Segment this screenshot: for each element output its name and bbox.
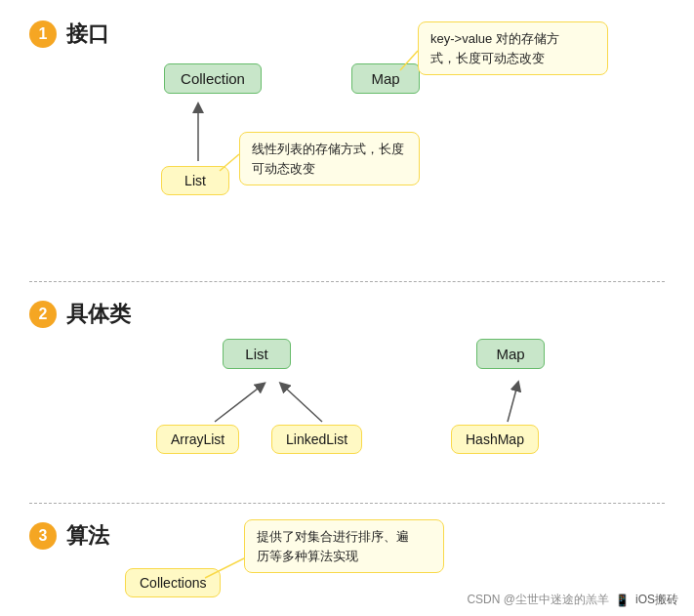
arraylist-box: ArrayList	[156, 425, 239, 454]
main-container: 1 接口 Collection Map	[0, 0, 694, 616]
callout-collections: 提供了对集合进行排序、遍历等多种算法实现	[244, 519, 444, 573]
watermark-text: CSDN @尘世中迷途的羔羊	[467, 592, 609, 608]
collections-box: Collections	[125, 568, 221, 597]
watermark-logo-text: iOS搬砖	[635, 592, 678, 608]
svg-line-2	[283, 386, 322, 422]
callout-list1: 线性列表的存储方式，长度可动态改变	[239, 132, 420, 185]
linkedlist-box: LinkedList	[271, 425, 362, 454]
map2-box: Map	[476, 339, 545, 369]
section-2: 2 具体类 List Map	[10, 290, 684, 495]
section-1-title: 接口	[66, 20, 109, 49]
watermark-logo: 📱	[615, 594, 630, 607]
divider-2-3	[29, 503, 665, 504]
svg-line-3	[508, 386, 517, 422]
section-1-number: 1	[29, 21, 57, 48]
section-2-number: 2	[29, 301, 57, 328]
list2-box: List	[223, 339, 291, 369]
collection-box: Collection	[164, 63, 262, 94]
watermark: CSDN @尘世中迷途的羔羊 📱 iOS搬砖	[467, 592, 678, 608]
divider-1-2	[29, 281, 665, 282]
svg-line-1	[215, 386, 262, 422]
section-2-title: 具体类	[66, 300, 131, 329]
section-2-label: 2 具体类	[29, 300, 665, 329]
section-3-title: 算法	[66, 521, 109, 551]
section-3-number: 3	[29, 522, 57, 550]
callout-map1: key->value 对的存储方式，长度可动态改变	[418, 21, 608, 75]
map1-box: Map	[351, 63, 420, 94]
section-1: 1 接口 Collection Map	[10, 10, 684, 273]
list1-box: List	[161, 166, 229, 195]
hashmap-box: HashMap	[451, 425, 539, 454]
